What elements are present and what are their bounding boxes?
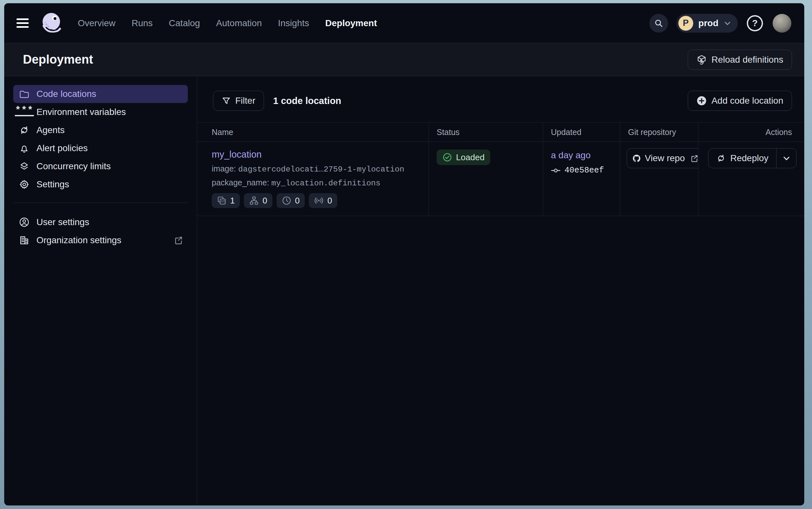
code-location-link[interactable]: my_location: [212, 149, 262, 160]
redeploy-menu-button[interactable]: [776, 148, 796, 168]
assets-count-badge[interactable]: 1: [212, 193, 240, 208]
deployment-switcher[interactable]: P prod: [676, 14, 738, 33]
user-circle-icon: [18, 216, 31, 229]
github-icon: [633, 154, 640, 163]
reload-definitions-button[interactable]: Reload definitions: [688, 50, 792, 70]
nav-item-automation[interactable]: Automation: [216, 18, 262, 28]
bell-icon: [18, 142, 31, 155]
sidebar-item-label: Alert policies: [36, 143, 88, 154]
code-location-row: my_location image: dagstercodelocati…275…: [197, 142, 804, 216]
deployment-sidebar: Code locations *** Environment variables: [4, 76, 197, 505]
sidebar-item-concurrency-limits[interactable]: Concurrency limits: [13, 157, 188, 175]
help-button[interactable]: ?: [747, 15, 763, 31]
job-graph-icon: [249, 196, 259, 205]
assets-icon: [217, 196, 227, 205]
agents-icon: [18, 124, 31, 137]
redeploy-split-button: Redeploy: [708, 148, 797, 168]
deployment-name: prod: [698, 18, 718, 28]
question-mark-icon: ?: [752, 18, 758, 28]
sidebar-item-label: User settings: [36, 217, 89, 227]
sidebar-item-label: Settings: [36, 179, 69, 190]
gear-icon: [18, 178, 31, 191]
schedule-icon: [282, 196, 291, 205]
code-location-count: 1 code location: [273, 96, 341, 106]
redeploy-icon: [716, 154, 726, 163]
sidebar-item-label: Code locations: [36, 89, 96, 99]
table-header: Name Status Updated Git repository Actio…: [197, 123, 804, 142]
commit-icon: [551, 167, 561, 174]
add-code-location-button[interactable]: Add code location: [688, 91, 792, 111]
sidebar-item-environment-variables[interactable]: *** Environment variables: [13, 103, 188, 121]
content-shell: Code locations *** Environment variables: [4, 76, 804, 505]
column-header-git-repository: Git repository: [620, 123, 698, 141]
filter-button[interactable]: Filter: [213, 91, 264, 111]
env-vars-icon: ***: [18, 106, 31, 118]
column-header-actions: Actions: [698, 123, 804, 141]
sidebar-item-label: Agents: [36, 125, 65, 135]
status-badge: Loaded: [437, 149, 490, 165]
column-header-status: Status: [429, 123, 543, 141]
dagster-logo-icon[interactable]: [40, 11, 64, 36]
status-cell: Loaded: [429, 142, 543, 216]
nav-item-catalog[interactable]: Catalog: [169, 18, 200, 28]
schedules-count-badge[interactable]: 0: [276, 193, 305, 208]
sidebar-item-label: Concurrency limits: [36, 161, 111, 171]
nav-item-overview[interactable]: Overview: [78, 18, 115, 28]
chevron-down-icon: [782, 154, 791, 163]
primary-nav: Overview Runs Catalog Automation Insight…: [78, 18, 377, 28]
definition-count-badges: 1 0: [212, 193, 421, 208]
main-content: Filter 1 code location Add code location…: [197, 76, 804, 505]
user-avatar[interactable]: [773, 14, 791, 33]
sidebar-item-user-settings[interactable]: User settings: [13, 213, 188, 231]
sidebar-item-agents[interactable]: Agents: [13, 121, 188, 139]
building-icon: [18, 234, 31, 247]
updated-time-link[interactable]: a day ago: [551, 150, 591, 161]
folder-icon: [18, 88, 31, 100]
check-circle-icon: [442, 152, 452, 162]
column-header-updated: Updated: [543, 123, 620, 141]
layers-icon: [18, 160, 31, 173]
sidebar-item-settings[interactable]: Settings: [13, 175, 188, 194]
page-header: Deployment Reload definitions: [4, 43, 804, 76]
code-locations-toolbar: Filter 1 code location Add code location: [197, 76, 804, 111]
top-nav: Overview Runs Catalog Automation Insight…: [4, 3, 804, 43]
image-meta: image: dagstercodelocati…2759-1-mylocati…: [212, 164, 421, 174]
code-locations-table: Name Status Updated Git repository Actio…: [197, 123, 804, 216]
view-repo-button[interactable]: View repo: [627, 148, 698, 168]
nav-item-insights[interactable]: Insights: [278, 18, 309, 28]
sidebar-item-alert-policies[interactable]: Alert policies: [13, 139, 188, 157]
actions-cell: Redeploy: [698, 142, 804, 216]
updated-cell: a day ago 40e58eef: [543, 142, 620, 216]
column-header-name: Name: [197, 123, 429, 141]
reload-definitions-icon: [697, 55, 707, 65]
filter-icon: [222, 96, 231, 105]
plus-circle-icon: [697, 96, 707, 106]
sensor-icon: [314, 196, 324, 205]
name-cell: my_location image: dagstercodelocati…275…: [197, 142, 429, 216]
sidebar-item-code-locations[interactable]: Code locations: [13, 85, 188, 103]
external-link-icon: [174, 235, 183, 245]
app-window: Overview Runs Catalog Automation Insight…: [4, 3, 804, 505]
external-link-icon: [690, 154, 698, 163]
sidebar-item-label: Environment variables: [36, 107, 126, 117]
jobs-count-badge[interactable]: 0: [244, 193, 272, 208]
commit-row[interactable]: 40e58eef: [551, 166, 612, 175]
sidebar-item-label: Organization settings: [36, 235, 121, 245]
search-icon: [654, 19, 663, 28]
chevron-down-icon: [724, 20, 731, 27]
redeploy-button[interactable]: Redeploy: [708, 148, 776, 168]
nav-item-deployment[interactable]: Deployment: [325, 18, 377, 28]
search-button[interactable]: [649, 14, 668, 33]
hamburger-menu-icon[interactable]: [16, 17, 31, 29]
nav-item-runs[interactable]: Runs: [132, 18, 153, 28]
git-repository-cell: View repo: [620, 142, 698, 216]
sidebar-item-organization-settings[interactable]: Organization settings: [13, 231, 188, 249]
page-title: Deployment: [23, 53, 93, 67]
sensors-count-badge[interactable]: 0: [309, 193, 337, 208]
deployment-avatar: P: [678, 16, 693, 31]
package-meta: package_name: my_location.definitions: [212, 178, 421, 188]
